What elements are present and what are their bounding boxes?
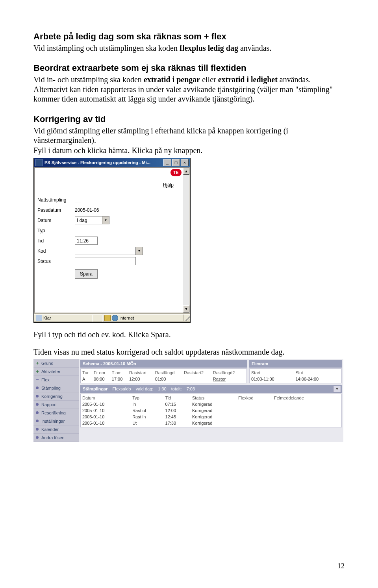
nav-installningar[interactable]: Inställningar <box>33 417 79 425</box>
table-row: Datum Typ Tid Status Flexkod Felmeddelan… <box>82 395 340 401</box>
spara-button[interactable]: Spara <box>75 269 98 279</box>
nav-label: Inställningar <box>41 419 65 423</box>
form-area: Nattstämpling Passdatum 2005-01-06 Datum… <box>35 195 189 279</box>
nav-korrigering[interactable]: Korrigering <box>33 392 79 401</box>
td <box>238 401 274 407</box>
nav-label: Stämpling <box>41 386 61 390</box>
scroll-track[interactable] <box>183 175 189 305</box>
flexram-box: Start Slut 01:00-11:00 14:00-24:00 <box>249 368 342 383</box>
nav-label: Rapport <box>41 402 57 407</box>
heading-2: Beordrat extraarbete som ej ska räknas t… <box>33 63 345 73</box>
nav-kalender[interactable]: Kalender <box>33 425 79 434</box>
kod-select[interactable]: ▼ <box>75 247 143 255</box>
stamplingar-box: Datum Typ Tid Status Flexkod Felmeddelan… <box>80 394 342 427</box>
schema-box: Tur Fr om T om Raststart Rastlängd Rasts… <box>80 368 247 383</box>
chevron-down-icon[interactable]: ▼ <box>102 216 109 224</box>
td <box>274 420 340 426</box>
help-link[interactable]: Hjälp <box>163 182 174 188</box>
td: 2005-01-10 <box>82 407 132 414</box>
close-button[interactable]: × <box>181 159 189 166</box>
title-bar[interactable]: PS Självservice - Flexkorrigering uppdat… <box>34 158 190 167</box>
dot-icon <box>36 386 39 389</box>
table-row: 2005-01-10 Ut 17:30 Korrigerad <box>82 420 340 426</box>
para-4: Fyll i typ och tid och ev. kod. Klicka S… <box>33 330 345 339</box>
label-datum: Datum <box>37 218 75 223</box>
td: Korrigerad <box>192 407 238 414</box>
status-klar: Klar <box>43 316 51 320</box>
stamp-totalt-label: totalt: <box>171 386 187 391</box>
th: Fr om <box>94 370 112 376</box>
td: Ut <box>132 420 165 426</box>
heading-3: Korrigering av tid <box>33 114 345 124</box>
td: 17:00 <box>112 376 129 382</box>
te-logo: TE <box>170 169 182 176</box>
flexram-table: Start Slut 01:00-11:00 14:00-24:00 <box>251 370 340 382</box>
nav-stampling[interactable]: Stämpling <box>33 384 79 392</box>
nav-reserakning[interactable]: Reseräkning <box>33 409 79 417</box>
nattstampling-checkbox[interactable] <box>75 197 81 203</box>
td: 2005-01-10 <box>82 414 132 420</box>
p1b: flexplus ledig dag <box>180 44 238 52</box>
th: Rastlängd <box>155 370 184 376</box>
th: Datum <box>82 395 132 401</box>
table-row: Tur Fr om T om Raststart Rastlängd Rasts… <box>82 370 245 376</box>
maximize-button[interactable]: □ <box>172 159 180 166</box>
stamp-totalt-value: 7:03 <box>187 386 200 391</box>
p2d: extratid i ledighet <box>218 75 278 84</box>
nav-label: Korrigering <box>41 394 63 399</box>
td: In <box>132 401 165 407</box>
label-kod: Kod <box>37 248 75 254</box>
dot-icon <box>36 395 39 398</box>
chevron-down-icon[interactable]: ▼ <box>333 386 341 392</box>
table-row: 2005-01-10 Rast ut 12:00 Korrigerad <box>82 407 340 414</box>
nav-flex[interactable]: −Flex <box>33 376 79 384</box>
scroll-up-icon[interactable]: ▲ <box>183 168 189 175</box>
plus-icon: + <box>35 361 40 366</box>
resize-grip-icon[interactable] <box>184 314 190 322</box>
th: T om <box>112 370 129 376</box>
tid-input[interactable]: 11:26 <box>75 237 98 245</box>
scroll-down-icon[interactable]: ▼ <box>183 305 189 312</box>
status-input[interactable] <box>75 257 136 265</box>
table-row: A 08:00 17:00 12:00 01:00 Raster <box>82 376 245 382</box>
content-column: Schema - 2005-01-10 MÖn Tur Fr om T om R… <box>79 359 343 442</box>
nav-grund[interactable]: +Grund <box>33 359 79 368</box>
th: Typ <box>132 395 165 401</box>
nav-label: Grund <box>41 361 54 366</box>
th: Raststart2 <box>184 370 213 376</box>
table-row: 2005-01-10 Rast in 12:45 Korrigerad <box>82 414 340 420</box>
stamp-flexsaldo: Flexsaldo <box>113 386 136 391</box>
th: Flexkod <box>238 395 274 401</box>
nav-label: Aktiviteter <box>41 369 60 374</box>
td: 12:45 <box>165 414 192 420</box>
table-row: 01:00-11:00 14:00-24:00 <box>251 376 340 382</box>
datum-select[interactable]: I dag ▼ <box>75 216 109 224</box>
nav-rapport[interactable]: Rapport <box>33 401 79 409</box>
vertical-scrollbar[interactable]: ▲ ▼ <box>183 168 189 312</box>
dot-icon <box>36 420 39 422</box>
minimize-button[interactable]: _ <box>163 159 171 166</box>
schema-table: Tur Fr om T om Raststart Rastlängd Rasts… <box>82 370 245 382</box>
td: Rast ut <box>132 407 165 414</box>
td <box>184 376 213 382</box>
nav-label: Kalender <box>41 427 59 432</box>
td: Korrigerad <box>192 401 238 407</box>
page-icon <box>36 315 42 321</box>
td: A <box>82 376 94 382</box>
th: Raststart <box>129 370 155 376</box>
chevron-down-icon[interactable]: ▼ <box>135 247 143 255</box>
window-title: PS Självservice - Flexkorrigering uppdat… <box>44 160 163 165</box>
schema-header: Schema - 2005-01-10 MÖn <box>80 360 247 368</box>
stamp-title: Stämplingar <box>83 386 113 391</box>
nav-andra-losen[interactable]: Ändra lösen <box>33 434 79 442</box>
nav-label: Ändra lösen <box>41 435 65 440</box>
stamplingar-table: Datum Typ Tid Status Flexkod Felmeddelan… <box>82 395 340 426</box>
nav-sidebar: +Grund +Aktiviteter −Flex Stämpling Korr… <box>33 359 79 442</box>
raster-link[interactable]: Raster <box>213 376 245 382</box>
minus-icon: − <box>35 377 40 382</box>
td: 07:15 <box>165 401 192 407</box>
th: Status <box>192 395 238 401</box>
nav-aktiviteter[interactable]: +Aktiviteter <box>33 368 79 376</box>
td <box>238 420 274 426</box>
label-status: Status <box>37 259 75 264</box>
